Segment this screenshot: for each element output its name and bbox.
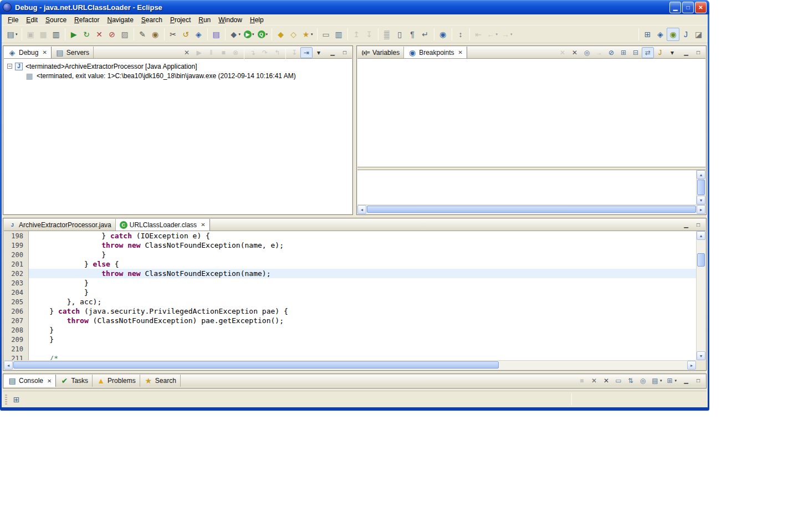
type-hierarchy-button[interactable]: ↕ bbox=[454, 28, 467, 41]
cut-button[interactable]: ✂ bbox=[167, 28, 180, 41]
close-tab-icon[interactable]: ✕ bbox=[42, 49, 47, 55]
run-dropdown-icon[interactable]: ▾ bbox=[252, 32, 254, 37]
variables-tab-breakpoints[interactable]: ◉Breakpoints✕ bbox=[404, 47, 467, 58]
drop-to-frame-button[interactable]: ↧ bbox=[288, 47, 300, 58]
display-selected-console-dropdown-icon[interactable]: ▾ bbox=[660, 378, 662, 383]
suspend-button[interactable]: ‖ bbox=[205, 47, 217, 58]
open-perspective-button[interactable]: ⊞ bbox=[641, 28, 654, 41]
maximize-view-button[interactable]: □ bbox=[692, 220, 704, 230]
display-selected-console-button[interactable]: ▤▾ bbox=[649, 375, 664, 386]
debug-tab-servers[interactable]: ▤Servers bbox=[52, 47, 94, 58]
menu-window[interactable]: Window bbox=[214, 15, 246, 25]
editor-top-sash[interactable] bbox=[3, 215, 707, 218]
minimize-view-button[interactable]: ▁ bbox=[680, 220, 692, 230]
run-external-tools-button[interactable]: Q▾ bbox=[256, 28, 270, 41]
code-line[interactable]: 200 } bbox=[4, 250, 696, 259]
view-menu-button[interactable]: ▾ bbox=[313, 47, 325, 58]
debug-view-content[interactable]: −J<terminated>ArchiveExtractorProcessor … bbox=[4, 59, 352, 214]
maximize-window-button[interactable]: □ bbox=[682, 2, 694, 13]
expand-all-button[interactable]: ⊞ bbox=[617, 47, 630, 58]
run-external-tools-dropdown-icon[interactable]: ▾ bbox=[266, 32, 268, 37]
scroll-left-icon[interactable]: ◂ bbox=[357, 205, 366, 214]
last-edit-location-button[interactable]: ⇤ bbox=[472, 28, 485, 41]
editor-hscroll-track[interactable] bbox=[13, 361, 687, 370]
code-line[interactable]: 202 throw new ClassNotFoundException(nam… bbox=[4, 269, 696, 278]
menu-search[interactable]: Search bbox=[137, 15, 166, 25]
breakpoints-vscroll-thumb[interactable] bbox=[697, 180, 705, 195]
refresh-debug-button[interactable]: ↻ bbox=[80, 28, 93, 41]
save-all-button[interactable]: ▦ bbox=[37, 28, 50, 41]
remove-all-terminated-button[interactable]: ✕ bbox=[181, 47, 193, 58]
menu-file[interactable]: File bbox=[4, 15, 22, 25]
editor-vscroll-thumb[interactable] bbox=[697, 253, 705, 267]
scroll-up-icon[interactable]: ▴ bbox=[697, 170, 705, 179]
open-console-button[interactable]: ⊞▾ bbox=[663, 375, 678, 386]
code-line[interactable]: 207 throw (ClassNotFoundException) pae.g… bbox=[4, 316, 696, 325]
task-list-button[interactable]: ▤ bbox=[210, 28, 223, 41]
save-button[interactable]: ▣ bbox=[24, 28, 37, 41]
search-dropdown-icon[interactable]: ▾ bbox=[311, 32, 313, 37]
record-button[interactable]: ◉ bbox=[149, 28, 162, 41]
menu-edit[interactable]: Edit bbox=[22, 15, 42, 25]
perspective-java-button[interactable]: J bbox=[679, 28, 692, 41]
open-console-dropdown-icon[interactable]: ▾ bbox=[674, 378, 677, 383]
code-line[interactable]: 210 bbox=[4, 344, 696, 354]
run-button[interactable]: ▶▾ bbox=[242, 28, 256, 41]
team-sync-button[interactable]: ↺ bbox=[180, 28, 192, 41]
debug-tree-item[interactable]: ▦<terminated, exit value: 1>C:\bea10\jdk… bbox=[4, 71, 352, 80]
nav-group-button[interactable]: ◈ bbox=[192, 28, 205, 41]
editor-vscrollbar[interactable]: ▴ ▾ bbox=[696, 231, 705, 360]
new-task-button[interactable]: ▭ bbox=[320, 28, 332, 41]
console-tab-search[interactable]: ★Search bbox=[140, 375, 181, 387]
code-line[interactable]: 198 } catch (IOException e) { bbox=[4, 231, 696, 241]
top-panels-sash[interactable] bbox=[353, 45, 356, 215]
minimize-view-button[interactable]: ▁ bbox=[680, 48, 692, 58]
breakpoints-hscroll-thumb[interactable] bbox=[367, 206, 696, 213]
close-tab-icon[interactable]: ✕ bbox=[201, 222, 205, 228]
breakpoints-detail-area[interactable] bbox=[357, 170, 696, 204]
code-line[interactable]: 211 /* bbox=[4, 354, 696, 360]
code-line[interactable]: 206 } catch (java.security.PrivilegedAct… bbox=[4, 306, 696, 316]
collapse-all-button[interactable]: ⊟ bbox=[630, 47, 642, 58]
remove-launch-button[interactable]: ✕ bbox=[588, 375, 600, 386]
code-line[interactable]: 205 }, acc); bbox=[4, 297, 696, 306]
perspective-sync-button[interactable]: ◈ bbox=[654, 28, 667, 41]
breakpoints-hscroll-track[interactable] bbox=[366, 205, 697, 214]
debug-button[interactable]: ◆▾ bbox=[228, 28, 243, 41]
resume-button[interactable]: ▶ bbox=[193, 47, 205, 58]
scroll-up-icon[interactable]: ▴ bbox=[697, 231, 705, 240]
minimize-view-button[interactable]: ▁ bbox=[680, 376, 692, 386]
terminate-process-button[interactable]: ■ bbox=[576, 375, 588, 386]
open-plugin-button[interactable]: ◆ bbox=[274, 28, 287, 41]
show-whitespace-button[interactable]: ¶ bbox=[406, 28, 419, 41]
minimize-window-button[interactable]: ▁ bbox=[669, 2, 681, 13]
remove-breakpoint-button[interactable]: ✕ bbox=[556, 47, 569, 58]
debug-tab-debug[interactable]: ◈Debug✕ bbox=[4, 47, 52, 58]
tree-expander-icon[interactable]: − bbox=[7, 64, 12, 69]
block-selection-button[interactable]: ▯ bbox=[393, 28, 406, 41]
scroll-down-icon[interactable]: ▾ bbox=[697, 351, 705, 360]
add-java-exception-breakpoint-button[interactable]: J bbox=[654, 47, 666, 58]
debug-tree-item[interactable]: −J<terminated>ArchiveExtractorProcessor … bbox=[4, 62, 352, 71]
scroll-right-icon[interactable]: ▸ bbox=[687, 361, 696, 370]
next-annotation-button[interactable]: ↧ bbox=[363, 28, 376, 41]
clone-view-button[interactable]: ▨ bbox=[119, 28, 131, 41]
step-return-button[interactable]: ↰ bbox=[271, 47, 283, 58]
code-line[interactable]: 199 throw new ClassNotFoundException(nam… bbox=[4, 241, 696, 250]
open-type-button[interactable]: ◇ bbox=[287, 28, 300, 41]
link-with-debug-button[interactable]: ⇄ bbox=[642, 47, 654, 58]
use-step-filters-button[interactable]: ⇥ bbox=[300, 47, 313, 58]
menu-project[interactable]: Project bbox=[166, 15, 195, 25]
step-into-button[interactable]: ↴ bbox=[247, 47, 259, 58]
new-snippet-button[interactable]: ✎ bbox=[136, 28, 149, 41]
menu-source[interactable]: Source bbox=[42, 15, 70, 25]
minimize-view-button[interactable]: ▁ bbox=[326, 48, 339, 58]
disconnect-button[interactable]: ⊗ bbox=[229, 47, 242, 58]
code-line[interactable]: 204 } bbox=[4, 288, 696, 297]
menu-refactor[interactable]: Refactor bbox=[70, 15, 103, 25]
clear-console-button[interactable]: ▭ bbox=[612, 375, 625, 386]
back-dropdown-icon[interactable]: ▾ bbox=[496, 32, 498, 37]
editor-tab-archiveextractorprocessor-java[interactable]: JArchiveExtractorProcessor.java bbox=[4, 219, 116, 231]
scroll-right-icon[interactable]: ▸ bbox=[697, 205, 705, 214]
skip-all-breakpoints-button[interactable]: ⊘ bbox=[106, 28, 119, 41]
